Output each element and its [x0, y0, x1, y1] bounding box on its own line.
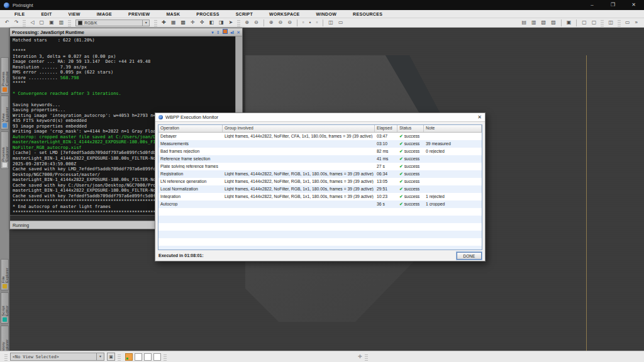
minimize-button[interactable]: – [582, 0, 602, 10]
menu-item-edit[interactable]: EDIT [33, 12, 60, 16]
redo-icon[interactable]: ↷ [12, 18, 21, 27]
close-button[interactable]: ✕ [623, 0, 644, 10]
file-explorer-icon [3, 284, 7, 288]
dialog-close-icon[interactable]: ✕ [477, 114, 482, 120]
copy-image-icon[interactable]: ▣ [47, 18, 57, 27]
menu-item-window[interactable]: WINDOW [308, 12, 345, 16]
zoom-fit-icon[interactable]: ▦ [169, 18, 179, 27]
screen-stretch-icon[interactable]: ◫ [326, 18, 336, 27]
empty-table-row [158, 216, 482, 223]
drag-handle-icon[interactable] [118, 353, 121, 361]
column-header-status[interactable]: Status [397, 124, 424, 132]
zoom-out-icon[interactable]: ⊖ [252, 18, 261, 27]
paste-image-icon[interactable]: ▥ [57, 18, 67, 27]
new-preview-icon[interactable]: ◨ [216, 18, 226, 27]
table-row[interactable]: LN reference generationLight frames, 414… [158, 178, 482, 185]
drag-handle-icon[interactable] [365, 353, 368, 361]
drag-handle-icon[interactable] [164, 353, 167, 361]
icons-1-icon[interactable]: ▥ [529, 18, 539, 27]
column-header-elapsed[interactable]: Elapsed [375, 124, 397, 132]
move-mode-icon[interactable]: ✚ [159, 18, 169, 27]
chevron-down-icon[interactable]: ▾ [96, 353, 104, 360]
zoom-fitview-icon[interactable]: ⊖ [275, 18, 285, 27]
table-row[interactable]: Local NormalizationLight frames, 4144x28… [158, 185, 482, 193]
collapse-icon[interactable]: ◂‖ [230, 29, 234, 36]
table-row[interactable]: Measurements03:10✔success39 measured [158, 140, 482, 148]
table-row[interactable]: Plate solving reference frames27 s✔succe… [158, 163, 482, 170]
restore-sel-icon[interactable]: ▫ [314, 18, 321, 27]
menu-item-preview[interactable]: PREVIEW [120, 12, 158, 16]
resize-icon[interactable]: ⇕ [216, 29, 220, 36]
toolbar-separator-handle[interactable] [154, 19, 157, 26]
table-row[interactable]: IntegrationLight frames, 4144x2822, NoFi… [158, 193, 482, 200]
menu-item-view[interactable]: VIEW [60, 12, 89, 16]
table-row[interactable]: Bad frames rejection82 ms✔success0 rejec… [158, 148, 482, 155]
dock-icon[interactable] [223, 29, 228, 34]
workspace-thumbnail-2[interactable] [135, 353, 142, 361]
process-console-icon[interactable]: ◁ [28, 18, 36, 27]
workspace-thumbnail-3[interactable] [144, 353, 152, 361]
table-row[interactable]: RegistrationLight frames, 4144x2822, NoF… [158, 170, 482, 178]
workspace-thumbnail-1[interactable] [125, 353, 133, 361]
workspace-a-icon[interactable]: ▣ [564, 18, 574, 27]
center-icon[interactable]: ✜ [197, 18, 207, 27]
icons-3-icon[interactable]: ▨ [548, 18, 558, 27]
split-panel-icon[interactable]: ◫ [606, 18, 616, 27]
select-cursor-icon[interactable]: ➤ [226, 18, 236, 27]
sidebar-tab-file-explorer[interactable]: File Explorer [1, 259, 9, 290]
sidebar-tab-process-console[interactable]: Process Console [1, 57, 9, 94]
reset-stretch-icon[interactable]: ▭ [336, 18, 346, 27]
crop-icon[interactable]: ▪ [307, 18, 314, 27]
window-controls: – ❐ ✕ [582, 0, 644, 10]
overflow-icon[interactable]: » [633, 18, 640, 27]
view-mode-button[interactable]: ▣ [107, 353, 115, 361]
split-preview-icon[interactable]: ◧ [206, 18, 216, 27]
view-selector[interactable]: <No View Selected> ▾ [10, 353, 104, 361]
pan-icon[interactable]: ✛ [188, 18, 197, 27]
toolbar-separator-handle[interactable] [23, 19, 26, 26]
zoom-custom-icon[interactable]: ⊖ [285, 18, 294, 27]
toolbar-separator-handle[interactable] [601, 19, 604, 26]
zoom-optimal-icon[interactable]: ▩ [179, 18, 189, 27]
sidebar-tab-script-editor[interactable]: Script Editor [1, 292, 9, 324]
operations-table[interactable]: OperationGroup involvedElapsedStatusNote… [158, 124, 482, 250]
column-header-operation[interactable]: Operation [158, 124, 223, 132]
toolbar-separator-handle[interactable] [618, 19, 621, 26]
menu-item-file[interactable]: FILE [6, 12, 33, 16]
table-row[interactable]: Reference frame selection41 ms✔success [158, 155, 482, 163]
chevron-down-icon[interactable]: ▾ [142, 20, 149, 26]
undo-icon[interactable]: ↶ [3, 18, 12, 27]
menu-item-script[interactable]: SCRIPT [228, 12, 261, 16]
column-header-group-involved[interactable]: Group involved [223, 124, 375, 132]
zoom-in-icon[interactable]: ⊕ [242, 18, 252, 27]
restore-button[interactable]: ❐ [602, 0, 623, 10]
sidebar-tab-view-explorer[interactable]: View Explorer [1, 96, 9, 129]
explorer-window-icon[interactable]: ▤ [519, 18, 529, 27]
new-image-icon[interactable]: ▢ [37, 18, 47, 27]
table-row[interactable]: DebayerLight frames, 4144x2822, NoFilter… [158, 133, 482, 140]
drag-handle-icon[interactable] [4, 353, 8, 361]
toolbar-separator-handle[interactable] [237, 19, 240, 26]
toolbar-separator-handle[interactable] [68, 19, 71, 26]
column-header-note[interactable]: Note [424, 124, 482, 132]
menu-item-resources[interactable]: RESOURCES [345, 12, 391, 16]
console-titlebar[interactable]: Processing: JavaScript Runtime ▾⇕◂‖✕ [10, 28, 242, 36]
monitor-icon[interactable]: ▭ [623, 18, 633, 27]
menu-item-mask[interactable]: MASK [158, 12, 188, 16]
table-row[interactable]: Autocrop36 s✔success1 cropped [158, 200, 482, 208]
channel-selector[interactable]: RGB/K ▾ [75, 19, 150, 26]
menu-item-process[interactable]: PROCESS [188, 12, 227, 16]
done-button[interactable]: DONE [457, 252, 482, 260]
dialog-titlebar[interactable]: WBPP Execution Monitor ✕ [155, 113, 485, 122]
shade-icon[interactable]: ▾ [211, 29, 214, 36]
workspace-b-icon[interactable]: ▢ [579, 18, 589, 27]
menu-item-workspace[interactable]: WORKSPACE [261, 12, 308, 16]
workspace-c-icon[interactable]: ▢ [589, 18, 599, 27]
menu-item-image[interactable]: IMAGE [89, 12, 120, 16]
sidebar-tab-process-explorer[interactable]: Process Explorer [1, 131, 9, 169]
workspace-thumbnail-4[interactable] [153, 353, 161, 361]
zoom-11-icon[interactable]: ⊕ [267, 18, 276, 27]
icons-2-icon[interactable]: ▧ [539, 18, 549, 27]
close-icon[interactable]: ✕ [236, 29, 240, 36]
select-all-icon[interactable]: ▫ [300, 18, 307, 27]
